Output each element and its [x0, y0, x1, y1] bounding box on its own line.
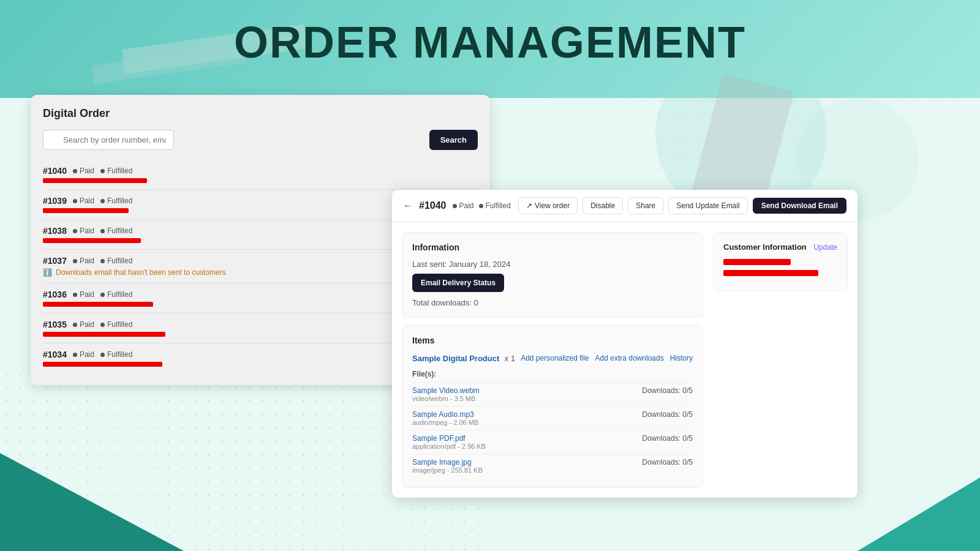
order-number: #1038 [43, 226, 67, 236]
file-row-0: Sample Video.webm video/webm - 3.5 MB Do… [412, 382, 693, 406]
paid-badge: Paid [73, 167, 94, 175]
item-actions: Add personalized file Add extra download… [521, 354, 693, 362]
file-downloads-3: Downloads: 0/5 [642, 458, 693, 467]
order-number: #1040 [43, 166, 67, 176]
order-number: #1036 [43, 290, 67, 299]
file-meta-3: image/jpeg - 255.81 KB [412, 467, 483, 474]
disable-button[interactable]: Disable [582, 197, 623, 214]
search-wrapper: 🔍 [43, 130, 424, 150]
email-delivery-status-button[interactable]: Email Delivery Status [412, 274, 504, 292]
item-product-row: Sample Digital Product x 1 Add personali… [412, 353, 693, 364]
file-name-3[interactable]: Sample Image.jpg [412, 458, 483, 467]
file-downloads-0: Downloads: 0/5 [642, 386, 693, 395]
file-name-2[interactable]: Sample PDF.pdf [412, 434, 486, 443]
order-detail-bar [43, 302, 153, 307]
view-order-label: View order [535, 201, 570, 210]
fulfilled-badge: Fulfilled [100, 197, 132, 205]
items-title: Items [412, 335, 693, 345]
send-update-email-button[interactable]: Send Update Email [668, 197, 747, 214]
fulfilled-badge: Fulfilled [100, 320, 132, 329]
order-detail-bar [43, 178, 147, 183]
search-row: 🔍 Search [43, 130, 478, 150]
files-label: File(s): [412, 370, 693, 378]
customer-email-redacted [723, 270, 818, 276]
fulfilled-badge: Fulfilled [100, 257, 132, 265]
external-link-icon: ↗ [526, 201, 532, 210]
fulfilled-badge: Fulfilled [100, 350, 132, 359]
file-meta-2: application/pdf - 2.96 KB [412, 443, 486, 450]
order-detail-bar [43, 362, 162, 367]
back-button[interactable]: ← [403, 200, 413, 211]
file-info-2: Sample PDF.pdf application/pdf - 2.96 KB [412, 434, 486, 450]
customer-card: Customer Information Update [713, 232, 848, 291]
search-input[interactable] [43, 130, 174, 150]
file-info-3: Sample Image.jpg image/jpeg - 255.81 KB [412, 458, 483, 474]
send-download-email-button[interactable]: Send Download Email [753, 198, 846, 214]
warning-text: Downloads email that hasn't been sent to… [56, 268, 226, 277]
file-name-1[interactable]: Sample Audio.mp3 [412, 410, 478, 419]
file-info-0: Sample Video.webm video/webm - 3.5 MB [412, 386, 480, 402]
file-name-0[interactable]: Sample Video.webm [412, 386, 480, 395]
order-item-1040[interactable]: #1040 Paid Fulfilled [43, 160, 478, 190]
update-link[interactable]: Update [813, 243, 837, 252]
add-personalized-file-link[interactable]: Add personalized file [521, 354, 589, 362]
file-row-2: Sample PDF.pdf application/pdf - 2.96 KB… [412, 430, 693, 454]
fulfilled-badge: Fulfilled [100, 290, 132, 299]
order-detail-bar [43, 208, 129, 213]
paid-badge: Paid [73, 350, 94, 359]
warning-icon: ℹ️ [43, 268, 52, 277]
header-fulfilled-badge: Fulfilled [479, 201, 511, 210]
order-number: #1037 [43, 256, 67, 266]
file-meta-0: video/webm - 3.5 MB [412, 395, 480, 402]
information-title: Information [412, 242, 693, 252]
right-panel-body: Information Last sent: January 18, 2024 … [392, 222, 858, 498]
fulfilled-badge: Fulfilled [100, 167, 132, 175]
paid-badge: Paid [73, 227, 94, 235]
paid-badge: Paid [73, 290, 94, 299]
customer-info: Customer Information Update [713, 232, 848, 488]
customer-card-title: Customer Information [723, 242, 807, 252]
view-order-button[interactable]: ↗ View order [518, 197, 578, 214]
header-badges: Paid Fulfilled [453, 201, 511, 210]
header-paid-badge: Paid [453, 201, 474, 210]
search-button[interactable]: Search [429, 130, 478, 150]
share-button[interactable]: Share [628, 197, 663, 214]
order-number: #1039 [43, 196, 67, 206]
right-panel-header: ← #1040 Paid Fulfilled ↗ View order Disa… [392, 190, 858, 222]
order-detail-bar [43, 332, 165, 337]
history-link[interactable]: History [670, 354, 693, 362]
total-downloads: Total downloads: 0 [412, 298, 693, 307]
page-title: ORDER MANAGEMENT [0, 17, 980, 67]
paid-badge: Paid [73, 320, 94, 329]
file-row-3: Sample Image.jpg image/jpeg - 255.81 KB … [412, 454, 693, 478]
files-section: File(s): Sample Video.webm video/webm - … [412, 370, 693, 478]
file-downloads-1: Downloads: 0/5 [642, 410, 693, 419]
customer-card-header: Customer Information Update [723, 242, 837, 252]
product-quantity: x 1 [505, 354, 515, 363]
add-extra-downloads-link[interactable]: Add extra downloads [595, 354, 664, 362]
file-meta-1: audio/mpeg - 2.06 MB [412, 419, 478, 426]
paid-badge: Paid [73, 197, 94, 205]
main-info: Information Last sent: January 18, 2024 … [402, 232, 703, 488]
fulfilled-label: Fulfilled [486, 201, 511, 210]
items-card: Items Sample Digital Product x 1 Add per… [402, 325, 703, 488]
order-detail-bar [43, 238, 141, 243]
file-row-1: Sample Audio.mp3 audio/mpeg - 2.06 MB Do… [412, 406, 693, 430]
file-info-1: Sample Audio.mp3 audio/mpeg - 2.06 MB [412, 410, 478, 426]
order-number: #1034 [43, 350, 67, 359]
paid-label: Paid [459, 201, 474, 210]
order-id-label: #1040 [419, 200, 447, 211]
fulfilled-dot [479, 204, 483, 208]
file-downloads-2: Downloads: 0/5 [642, 434, 693, 443]
product-name[interactable]: Sample Digital Product [412, 354, 499, 363]
last-sent: Last sent: January 18, 2024 [412, 260, 693, 269]
order-number: #1035 [43, 320, 67, 329]
paid-badge: Paid [73, 257, 94, 265]
product-info: Sample Digital Product x 1 [412, 353, 515, 364]
right-panel: ← #1040 Paid Fulfilled ↗ View order Disa… [392, 190, 858, 498]
header-actions: ↗ View order Disable Share Send Update E… [518, 197, 846, 214]
paid-dot [453, 204, 457, 208]
left-panel-title: Digital Order [43, 107, 478, 120]
customer-name-redacted [723, 259, 791, 265]
fulfilled-badge: Fulfilled [100, 227, 132, 235]
